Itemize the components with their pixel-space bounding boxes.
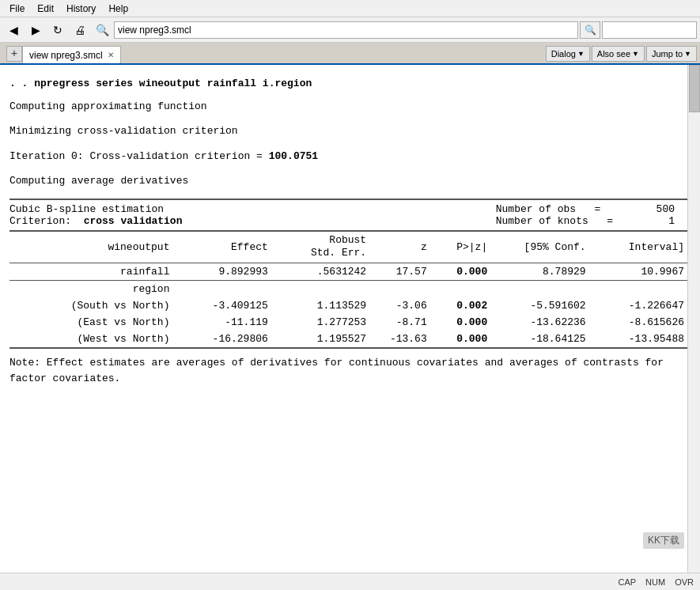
rainfall-ci-high: 10.9967 bbox=[592, 263, 691, 281]
search-icon-button[interactable]: 🔍 bbox=[92, 20, 112, 40]
num-knots-eq: = bbox=[607, 215, 613, 227]
also-see-dropdown-arrow: ▼ bbox=[632, 50, 639, 58]
active-tab[interactable]: view npreg3.smcl ✕ bbox=[22, 46, 121, 63]
region-label: region bbox=[9, 281, 176, 298]
computing-avg-line: Computing average derivatives bbox=[9, 172, 691, 190]
criterion-label-row: Criterion: cross validation bbox=[9, 215, 350, 227]
dialog-dropdown-arrow: ▼ bbox=[577, 50, 585, 58]
stats-summary: Cubic B-spline estimation Number of obs … bbox=[9, 199, 691, 232]
col-stderr-header: RobustStd. Err. bbox=[274, 232, 373, 263]
menu-file[interactable]: File bbox=[3, 2, 31, 16]
south-p: 0.002 bbox=[433, 297, 494, 314]
also-see-button[interactable]: Also see ▼ bbox=[592, 46, 645, 62]
forward-button[interactable]: ▶ bbox=[25, 20, 46, 40]
content-area: . . npregress series wineoutput rainfall… bbox=[0, 65, 700, 573]
west-stderr: 1.195527 bbox=[274, 331, 373, 347]
east-label: (East vs North) bbox=[9, 314, 176, 331]
num-knots-label: Number of knots bbox=[496, 215, 588, 227]
criterion-value: cross validation bbox=[84, 215, 183, 227]
table-row-rainfall: rainfall 9.892993 .5631242 17.57 0.000 8… bbox=[9, 263, 691, 281]
status-bar: CAP NUM OVR bbox=[0, 573, 700, 590]
refresh-button[interactable]: ↻ bbox=[47, 20, 68, 40]
south-z: -3.06 bbox=[373, 297, 433, 314]
rainfall-stderr: .5631242 bbox=[274, 263, 373, 281]
command-dot: . bbox=[9, 78, 22, 89]
rainfall-p: 0.000 bbox=[433, 263, 494, 281]
num-obs-value: 500 bbox=[656, 203, 675, 215]
jump-to-button[interactable]: Jump to ▼ bbox=[646, 46, 697, 62]
tab-close-button[interactable]: ✕ bbox=[108, 51, 114, 59]
west-effect: -16.29806 bbox=[176, 331, 274, 347]
menu-help[interactable]: Help bbox=[102, 2, 134, 16]
rainfall-z: 17.57 bbox=[373, 263, 433, 281]
rainfall-label: rainfall bbox=[9, 263, 176, 281]
tab-bar: + view npreg3.smcl ✕ Dialog ▼ Also see ▼… bbox=[0, 43, 700, 65]
west-ci-high: -13.95488 bbox=[592, 331, 691, 347]
table-row-south: (South vs North) -3.409125 1.113529 -3.0… bbox=[9, 297, 691, 314]
col-dep-var: wineoutput bbox=[9, 232, 176, 263]
go-button[interactable]: 🔍 bbox=[580, 21, 600, 39]
command-text: . npregress series wineoutput rainfall i… bbox=[22, 78, 312, 89]
table-row-region-label: region bbox=[9, 281, 691, 298]
south-stderr: 1.113529 bbox=[274, 297, 373, 314]
east-stderr: 1.277253 bbox=[274, 314, 373, 331]
ovr-status: OVR bbox=[675, 577, 694, 587]
menu-edit[interactable]: Edit bbox=[31, 2, 60, 16]
rainfall-effect: 9.892993 bbox=[176, 263, 274, 281]
tab-label: view npreg3.smcl bbox=[29, 50, 103, 61]
col-ci-high-header: Interval] bbox=[592, 232, 691, 263]
print-button[interactable]: 🖨 bbox=[70, 20, 90, 40]
new-tab-button[interactable]: + bbox=[6, 46, 22, 62]
iteration-line: Iteration 0: Cross-validation criterion … bbox=[9, 147, 691, 165]
west-ci-low: -18.64125 bbox=[494, 331, 592, 347]
num-knots-value: 1 bbox=[668, 215, 675, 227]
east-ci-low: -13.62236 bbox=[494, 314, 592, 331]
col-ci-low-header: [95% Conf. bbox=[494, 232, 592, 263]
west-p: 0.000 bbox=[433, 331, 494, 347]
table-row-west: (West vs North) -16.29806 1.195527 -13.6… bbox=[9, 331, 691, 347]
scrollbar-thumb[interactable] bbox=[689, 65, 700, 112]
jump-to-dropdown-arrow: ▼ bbox=[684, 50, 691, 58]
minimizing-line: Minimizing cross-validation criterion bbox=[9, 122, 691, 140]
tab-actions: Dialog ▼ Also see ▼ Jump to ▼ bbox=[546, 46, 697, 63]
toolbar: ◀ ▶ ↻ 🖨 🔍 🔍 bbox=[0, 17, 700, 43]
col-z-header: z bbox=[373, 232, 433, 263]
table-header-row: wineoutput Effect RobustStd. Err. z P>|z… bbox=[9, 232, 691, 263]
note-section: Note: Effect estimates are averages of d… bbox=[9, 355, 691, 386]
south-effect: -3.409125 bbox=[176, 297, 274, 314]
results-table-container: wineoutput Effect RobustStd. Err. z P>|z… bbox=[9, 232, 691, 350]
south-ci-low: -5.591602 bbox=[494, 297, 592, 314]
east-p: 0.000 bbox=[433, 314, 494, 331]
menu-bar: File Edit History Help bbox=[0, 0, 700, 17]
num-obs-label: Number of obs bbox=[496, 203, 576, 215]
address-input[interactable] bbox=[114, 21, 578, 39]
computing-approx-line: Computing approximating function bbox=[9, 97, 691, 115]
table-row-east: (East vs North) -11.119 1.277253 -8.71 0… bbox=[9, 314, 691, 331]
rainfall-ci-low: 8.78929 bbox=[494, 263, 592, 281]
menu-history[interactable]: History bbox=[60, 2, 102, 16]
cubic-bspline-label: Cubic B-spline estimation bbox=[9, 203, 350, 215]
cap-status: CAP bbox=[618, 577, 636, 587]
east-effect: -11.119 bbox=[176, 314, 274, 331]
num-status: NUM bbox=[645, 577, 665, 587]
west-label: (West vs North) bbox=[9, 331, 176, 347]
east-ci-high: -8.615626 bbox=[592, 314, 691, 331]
scrollbar-track[interactable] bbox=[687, 65, 700, 573]
iteration-value: 100.0751 bbox=[269, 150, 318, 162]
south-ci-high: -1.226647 bbox=[592, 297, 691, 314]
num-obs-eq: = bbox=[595, 203, 601, 215]
col-p-header: P>|z| bbox=[433, 232, 494, 263]
watermark: KK下载 bbox=[643, 532, 684, 549]
back-button[interactable]: ◀ bbox=[3, 20, 24, 40]
east-z: -8.71 bbox=[373, 314, 433, 331]
col-effect-header: Effect bbox=[176, 232, 274, 263]
south-label: (South vs North) bbox=[9, 297, 176, 314]
search-input[interactable] bbox=[602, 21, 697, 39]
dialog-button[interactable]: Dialog ▼ bbox=[546, 46, 590, 62]
west-z: -13.63 bbox=[373, 331, 433, 347]
